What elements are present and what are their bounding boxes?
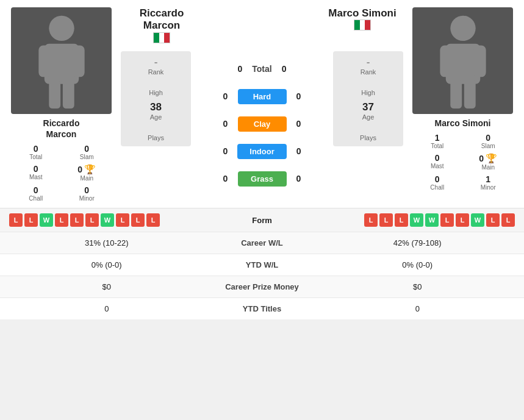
surface-section: 0 Total 0 0 Hard 0 0 Clay 0 (194, 51, 330, 190)
surface-total-right-val: 0 (278, 64, 290, 74)
left-high-lbl: High (124, 89, 187, 96)
left-player-photo (11, 7, 112, 114)
form-badge-right: W (471, 213, 484, 227)
left-mast-lbl: Mast (11, 174, 61, 180)
surface-total-left-val: 0 (234, 64, 246, 74)
right-plays-item: Plays (337, 126, 400, 141)
form-badge-right: L (364, 213, 378, 227)
ytd-wl-row: 0% (0-0) YTD W/L 0% (0-0) (0, 254, 524, 276)
right-slam-val: 0 (464, 133, 514, 143)
right-rank-lbl: Rank (337, 68, 400, 76)
form-badge-right: L (501, 213, 515, 227)
left-slam-lbl: Slam (62, 154, 112, 160)
form-badge-right: L (486, 213, 500, 227)
right-mast-stat: 0 Mast (412, 152, 462, 172)
left-mast-stat: 0 Mast (11, 163, 61, 183)
surface-clay-right-val: 0 (293, 119, 305, 129)
left-chall-val: 0 (11, 185, 61, 195)
right-rank-item: - Rank (337, 56, 400, 76)
left-player-stats-grid: 0 Total 0 Slam 0 Mast 0 🏆 Ma (11, 143, 112, 203)
right-age-item: 37 Age (337, 101, 400, 121)
career-wl-label: Career W/L (201, 238, 323, 247)
surface-hard-left-val: 0 (220, 91, 232, 101)
form-section: LLWLLLWLLL Form LLLWWLLWLL (0, 208, 524, 232)
right-player-photo (412, 7, 513, 114)
left-flag (153, 32, 170, 43)
form-badge-right: L (440, 213, 454, 227)
svg-rect-4 (49, 80, 60, 109)
ytd-titles-label: YTD Titles (201, 304, 323, 313)
surface-grass-btn[interactable]: Grass (238, 171, 287, 187)
right-rank-val: - (337, 56, 400, 68)
ytd-wl-label: YTD W/L (201, 260, 323, 269)
right-total-lbl: Total (412, 143, 462, 149)
left-chall-lbl: Chall (11, 195, 61, 202)
prize-money-label: Career Prize Money (201, 282, 323, 291)
form-badge-left: L (116, 213, 129, 227)
left-mast-val: 0 (11, 164, 61, 174)
surface-indoor-btn[interactable]: Indoor (237, 144, 286, 159)
form-badge-left: L (85, 213, 99, 227)
form-badge-right: W (425, 213, 439, 227)
left-main-val: 0 (77, 165, 82, 174)
form-badge-right: W (410, 213, 423, 227)
svg-point-0 (49, 15, 74, 40)
surface-clay-btn[interactable]: Clay (238, 116, 287, 132)
career-wl-left: 31% (10-22) (12, 238, 201, 247)
svg-rect-8 (440, 45, 453, 77)
surface-total-label: Total (252, 61, 271, 77)
left-player-name: RiccardoMarcon (43, 118, 80, 140)
surface-clay-row: 0 Clay 0 (194, 116, 330, 132)
svg-rect-10 (450, 80, 462, 109)
svg-rect-5 (62, 80, 74, 109)
form-badge-left: L (131, 213, 145, 227)
form-badge-left: L (24, 213, 38, 227)
right-high-spacer (337, 80, 400, 89)
trophy-icon-right: 🏆 (486, 153, 497, 164)
right-high-item: High (337, 80, 400, 96)
surface-grass-right-val: 0 (293, 174, 305, 183)
surface-clay-left-val: 0 (220, 119, 232, 129)
right-high-lbl: High (337, 89, 400, 96)
form-label: Form (214, 216, 311, 225)
form-badge-left: L (70, 213, 84, 227)
form-badge-right: L (379, 213, 393, 227)
surface-hard-right-val: 0 (293, 91, 305, 101)
surface-hard-btn[interactable]: Hard (238, 89, 287, 104)
ytd-titles-row: 0 YTD Titles 0 (0, 297, 524, 319)
right-plays-spacer (337, 126, 400, 134)
form-badge-right: L (456, 213, 469, 227)
left-plays-item: Plays (124, 126, 187, 141)
left-rank-val: - (124, 56, 187, 68)
left-slam-stat: 0 Slam (62, 143, 112, 162)
right-player-name: Marco Simoni (435, 118, 491, 129)
left-stats-card: - Rank High 38 Age Plays (121, 51, 191, 146)
right-mast-val: 0 (412, 153, 462, 163)
right-player-stats-grid: 1 Total 0 Slam 0 Mast 0 🏆 Ma (412, 132, 513, 192)
left-main-lbl: Main (62, 175, 112, 182)
left-main-stat: 0 🏆 Main (62, 163, 112, 183)
right-minor-stat: 1 Minor (464, 173, 514, 192)
form-badge-right: L (395, 213, 408, 227)
left-plays-lbl: Plays (124, 134, 187, 141)
career-wl-row: 31% (10-22) Career W/L 42% (79-108) (0, 232, 524, 254)
ytd-titles-left: 0 (12, 304, 201, 313)
left-minor-lbl: Minor (62, 195, 112, 202)
right-age-val: 37 (337, 101, 400, 113)
prize-money-right: $0 (323, 282, 512, 291)
right-minor-lbl: Minor (464, 184, 514, 191)
left-age-item: 38 Age (124, 101, 187, 121)
right-slam-stat: 0 Slam (464, 132, 514, 151)
right-slam-lbl: Slam (464, 143, 514, 149)
form-badge-left: W (40, 213, 53, 227)
surface-indoor-left-val: 0 (219, 146, 231, 156)
surface-indoor-right-val: 0 (293, 146, 305, 156)
prize-money-row: $0 Career Prize Money $0 (0, 276, 524, 297)
right-player-section: Marco Simoni 1 Total 0 Slam 0 Mast (406, 7, 519, 203)
svg-rect-9 (473, 45, 486, 77)
surface-hard-row: 0 Hard 0 (194, 89, 330, 104)
left-name-heading: RiccardoMarcon (140, 7, 184, 32)
form-left-badges: LLWLLLWLLL (9, 213, 214, 227)
surface-total-row: 0 Total 0 (194, 61, 330, 77)
right-main-lbl: Main (464, 164, 514, 171)
